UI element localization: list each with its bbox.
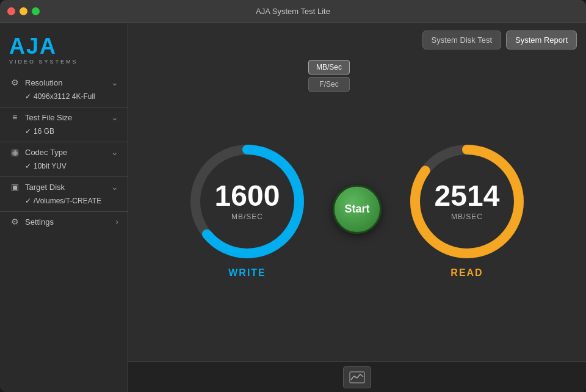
file-size-chevron: ⌄: [111, 112, 118, 122]
minimize-button[interactable]: [20, 7, 27, 15]
read-gauge-inner: 2514 MB/SEC: [406, 140, 528, 263]
sidebar: AJA VIDEO SYSTEMS ⚙ Resolution ⌄ ✓4096x3…: [0, 23, 128, 392]
resolution-chevron: ⌄: [111, 78, 118, 87]
resolution-value: ✓4096x3112 4K-Full: [0, 91, 128, 106]
read-gauge-container: 2514 MB/SEC READ: [406, 140, 528, 278]
aja-logo-subtitle: VIDEO SYSTEMS: [9, 59, 78, 65]
chart-button[interactable]: [343, 366, 371, 388]
sidebar-item-file-size[interactable]: ≡ Test File Size ⌄: [0, 109, 128, 126]
disk-value: ✓/Volumes/T-CREATE: [0, 195, 128, 210]
write-label: WRITE: [228, 267, 266, 278]
start-button[interactable]: Start: [333, 185, 382, 234]
gauges-row: 1600 MB/SEC WRITE Start: [186, 140, 528, 278]
settings-label: Settings: [25, 217, 54, 227]
file-size-value: ✓16 GB: [0, 126, 128, 140]
window-title: AJA System Test Lite: [256, 7, 330, 16]
aja-logo-text: AJA: [9, 35, 57, 57]
sidebar-item-codec[interactable]: ▦ Codec Type ⌄: [0, 143, 128, 161]
resolution-value-text: 4096x3112 4K-Full: [34, 92, 95, 101]
bottom-bar: [128, 361, 586, 392]
write-value: 1600: [215, 181, 280, 211]
codec-chevron: ⌄: [111, 147, 118, 157]
read-gauge: 2514 MB/SEC: [406, 140, 528, 263]
codec-icon: ▦: [9, 147, 20, 157]
traffic-lights: [7, 7, 40, 15]
file-size-value-text: 16 GB: [34, 127, 54, 136]
content-header: System Disk Test System Report: [128, 23, 586, 57]
disk-chevron: ⌄: [111, 182, 118, 192]
write-unit: MB/SEC: [231, 212, 263, 221]
sidebar-item-disk[interactable]: ▣ Target Disk ⌄: [0, 178, 128, 195]
read-value: 2514: [435, 181, 500, 211]
sidebar-item-resolution[interactable]: ⚙ Resolution ⌄: [0, 74, 128, 91]
titlebar: AJA System Test Lite: [0, 0, 586, 23]
close-button[interactable]: [7, 7, 15, 15]
codec-value: ✓10bit YUV: [0, 161, 128, 175]
disk-icon: ▣: [9, 182, 20, 192]
settings-chevron: ›: [115, 217, 118, 227]
sidebar-item-settings[interactable]: ⚙ Settings ›: [0, 213, 128, 230]
codec-label: Codec Type: [25, 148, 67, 157]
resolution-label: Resolution: [25, 78, 62, 87]
maximize-button[interactable]: [32, 7, 40, 15]
write-gauge-inner: 1600 MB/SEC: [186, 140, 308, 263]
write-gauge-container: 1600 MB/SEC WRITE: [186, 140, 308, 278]
read-label: READ: [450, 267, 483, 278]
app-window: AJA System Test Lite AJA VIDEO SYSTEMS ⚙…: [0, 0, 586, 392]
unit-toggle: MB/Sec F/Sec: [308, 60, 350, 92]
disk-value-text: /Volumes/T-CREATE: [34, 197, 101, 205]
file-size-icon: ≡: [9, 112, 20, 122]
gauges-area: MB/Sec F/Sec 1600 MB/SEC: [128, 57, 586, 361]
main-area: AJA VIDEO SYSTEMS ⚙ Resolution ⌄ ✓4096x3…: [0, 23, 586, 392]
logo-area: AJA VIDEO SYSTEMS: [0, 29, 128, 74]
resolution-icon: ⚙: [9, 78, 20, 87]
system-disk-test-button[interactable]: System Disk Test: [422, 31, 501, 49]
system-report-button[interactable]: System Report: [506, 31, 577, 49]
write-gauge: 1600 MB/SEC: [186, 140, 308, 263]
read-unit: MB/SEC: [451, 212, 483, 221]
f-sec-button[interactable]: F/Sec: [308, 77, 350, 92]
mb-sec-button[interactable]: MB/Sec: [308, 60, 350, 74]
aja-logo: AJA VIDEO SYSTEMS: [9, 35, 78, 65]
settings-icon: ⚙: [9, 217, 20, 227]
file-size-label: Test File Size: [25, 113, 72, 122]
codec-value-text: 10bit YUV: [34, 162, 67, 170]
content-area: System Disk Test System Report MB/Sec F/…: [128, 23, 586, 392]
disk-label: Target Disk: [25, 183, 65, 192]
